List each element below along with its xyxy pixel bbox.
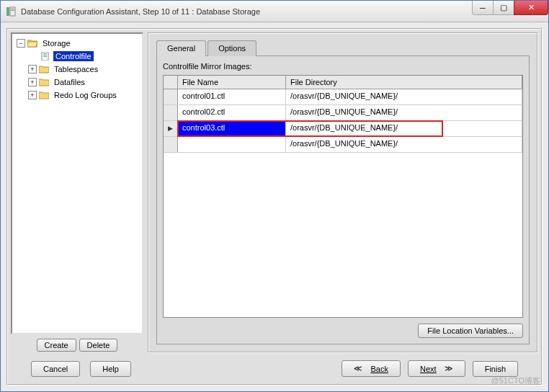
next-button[interactable]: Next ≫: [408, 360, 465, 377]
col-header-filedirectory[interactable]: File Directory: [286, 76, 522, 89]
window-controls: ─ ▢ ✕: [473, 1, 548, 15]
tab-body: Controlfile Mirror Images: File Name Fil…: [156, 55, 530, 344]
svg-rect-6: [43, 55, 47, 55]
cell-filename[interactable]: [178, 137, 286, 152]
folder-closed-icon: [38, 77, 50, 87]
expand-icon[interactable]: +: [28, 78, 37, 86]
finish-button[interactable]: Finish: [473, 361, 518, 377]
expand-icon[interactable]: +: [28, 65, 37, 74]
cancel-button[interactable]: Cancel: [31, 361, 80, 377]
wizard-footer: Cancel Help ≪ Back Next ≫ Finish: [11, 353, 538, 381]
window-title: Database Configuration Assistant, Step 1…: [21, 7, 260, 16]
svg-rect-1: [10, 7, 15, 16]
close-button[interactable]: ✕: [514, 1, 548, 15]
row-handle[interactable]: [164, 137, 178, 152]
document-icon: [40, 51, 51, 61]
table-row[interactable]: /orasvr/{DB_UNIQUE_NAME}/: [164, 137, 522, 153]
maximize-button[interactable]: ▢: [493, 1, 514, 15]
svg-rect-2: [11, 9, 14, 9]
app-icon: [5, 6, 17, 17]
tree-label: Redo Log Groups: [52, 90, 119, 100]
back-button[interactable]: ≪ Back: [342, 360, 401, 377]
file-location-variables-button[interactable]: File Location Variables...: [418, 324, 523, 338]
right-panel: General Options Controlfile Mirror Image…: [148, 32, 538, 353]
main-frame: − Storage Controlfile +: [6, 28, 543, 386]
table-row[interactable]: control01.ctl /orasvr/{DB_UNIQUE_NAME}/: [164, 89, 522, 105]
cell-filename[interactable]: control03.ctl: [178, 121, 286, 136]
row-handle[interactable]: [164, 89, 178, 104]
tree-label: Storage: [40, 38, 73, 48]
tree-node-redolog[interactable]: + Redo Log Groups: [14, 89, 140, 102]
grid-body: control01.ctl /orasvr/{DB_UNIQUE_NAME}/ …: [164, 89, 522, 317]
tree-label: Datafiles: [52, 77, 87, 87]
row-handle[interactable]: [164, 105, 178, 120]
help-button[interactable]: Help: [90, 361, 131, 377]
cell-filedirectory[interactable]: /orasvr/{DB_UNIQUE_NAME}/: [286, 105, 522, 120]
cell-filename[interactable]: control01.ctl: [178, 89, 286, 104]
tab-options[interactable]: Options: [207, 40, 256, 56]
tree-label: Tablespaces: [52, 64, 100, 74]
grid-header: File Name File Directory: [164, 76, 522, 89]
svg-rect-3: [11, 10, 14, 11]
tree-label: Controlfile: [53, 51, 94, 61]
row-handle-header: [164, 76, 178, 89]
cell-filedirectory[interactable]: /orasvr/{DB_UNIQUE_NAME}/: [286, 137, 522, 152]
row-handle[interactable]: [164, 121, 178, 136]
cell-filedirectory[interactable]: /orasvr/{DB_UNIQUE_NAME}/: [286, 121, 522, 136]
tree-node-tablespaces[interactable]: + Tablespaces: [14, 63, 140, 76]
content-area: − Storage Controlfile +: [1, 22, 548, 391]
section-label: Controlfile Mirror Images:: [163, 62, 523, 71]
table-row[interactable]: control02.ctl /orasvr/{DB_UNIQUE_NAME}/: [164, 105, 522, 121]
tree-node-controlfile[interactable]: Controlfile: [14, 50, 140, 63]
svg-rect-7: [43, 56, 47, 57]
expand-icon[interactable]: −: [17, 39, 25, 48]
cell-filedirectory[interactable]: /orasvr/{DB_UNIQUE_NAME}/: [286, 89, 522, 104]
folder-closed-icon: [38, 90, 50, 100]
tab-general[interactable]: General: [156, 40, 206, 56]
folder-open-icon: [27, 38, 38, 48]
svg-rect-5: [43, 53, 47, 54]
tree-node-datafiles[interactable]: + Datafiles: [14, 76, 140, 89]
controlfile-grid[interactable]: File Name File Directory control01.ctl /…: [163, 75, 523, 318]
chevron-left-icon: ≪: [354, 364, 362, 373]
create-button[interactable]: Create: [37, 339, 76, 352]
delete-button[interactable]: Delete: [79, 339, 118, 352]
tree-node-storage[interactable]: − Storage: [14, 37, 140, 50]
table-row[interactable]: control03.ctl /orasvr/{DB_UNIQUE_NAME}/: [164, 121, 522, 137]
titlebar: Database Configuration Assistant, Step 1…: [1, 1, 548, 22]
expand-icon[interactable]: +: [28, 91, 37, 99]
app-window: Database Configuration Assistant, Step 1…: [0, 0, 549, 392]
tree-panel: − Storage Controlfile +: [11, 32, 143, 353]
cell-filename[interactable]: control02.ctl: [178, 105, 286, 120]
col-header-filename[interactable]: File Name: [178, 76, 286, 89]
svg-rect-0: [6, 7, 9, 16]
minimize-button[interactable]: ─: [472, 1, 494, 15]
folder-closed-icon: [38, 64, 50, 74]
chevron-right-icon: ≫: [445, 364, 453, 373]
tab-strip: General Options: [156, 40, 530, 56]
storage-tree[interactable]: − Storage Controlfile +: [11, 32, 143, 334]
